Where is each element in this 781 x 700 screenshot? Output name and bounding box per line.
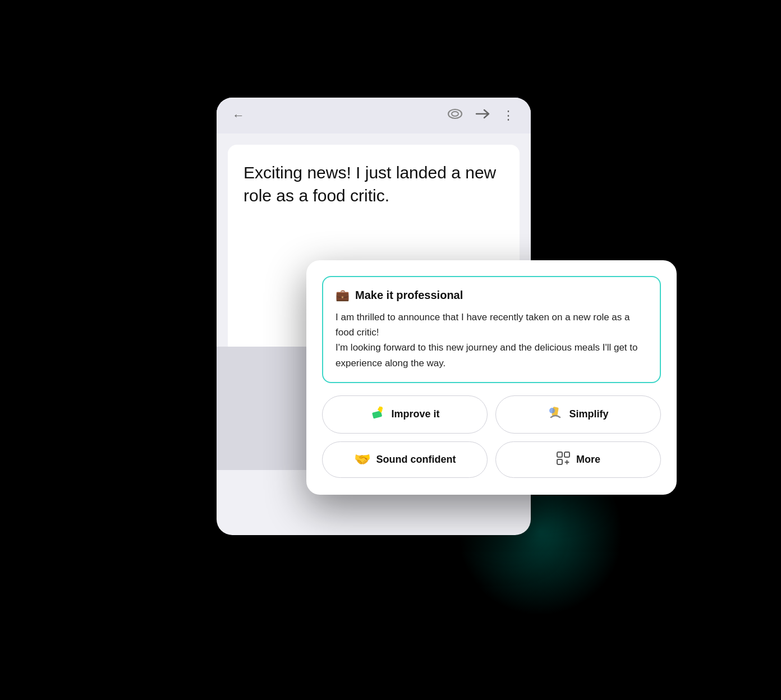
action-buttons: Improve it Simplify 🤝 Sound confident [322, 395, 661, 478]
svg-point-0 [448, 109, 462, 118]
phone-header: ← ⋮ [217, 98, 531, 133]
ai-result-header: 💼 Make it professional [336, 288, 647, 302]
improve-it-icon [370, 405, 385, 424]
improve-it-button[interactable]: Improve it [322, 395, 488, 434]
svg-point-4 [379, 407, 383, 410]
improve-it-label: Improve it [391, 408, 439, 420]
back-icon[interactable]: ← [232, 108, 245, 123]
more-icon [556, 451, 571, 468]
message-text: Exciting news! I just landed a new role … [244, 162, 504, 207]
more-button[interactable]: More [495, 441, 661, 478]
ai-result-title: Make it professional [355, 289, 463, 302]
sound-confident-label: Sound confident [376, 454, 456, 466]
ai-suggestion-card: 💼 Make it professional I am thrilled to … [306, 260, 677, 495]
header-icons: ⋮ [447, 108, 515, 123]
scene-wrapper: ← ⋮ Exciting news! I just landed a new r… [217, 98, 564, 602]
svg-point-1 [452, 112, 458, 116]
svg-rect-7 [557, 452, 562, 457]
sound-confident-icon: 🤝 [354, 452, 371, 467]
more-label: More [576, 454, 600, 466]
svg-rect-9 [557, 459, 562, 464]
sound-confident-button[interactable]: 🤝 Sound confident [322, 441, 488, 478]
menu-icon[interactable]: ⋮ [502, 108, 515, 123]
simplify-icon [548, 405, 563, 424]
svg-point-6 [549, 408, 555, 413]
clip-icon[interactable] [447, 108, 463, 123]
ai-result-body: I am thrilled to announce that I have re… [336, 310, 647, 371]
briefcase-icon: 💼 [336, 288, 350, 302]
send-icon[interactable] [475, 108, 490, 123]
simplify-label: Simplify [569, 408, 608, 420]
simplify-button[interactable]: Simplify [495, 395, 661, 434]
ai-result-box: 💼 Make it professional I am thrilled to … [322, 276, 661, 383]
svg-rect-8 [564, 452, 569, 457]
